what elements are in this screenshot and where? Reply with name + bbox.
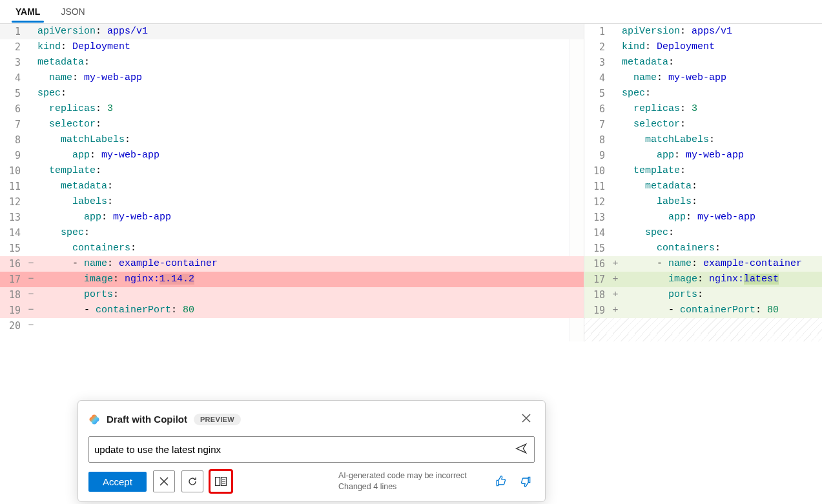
line-number: 13 (584, 210, 610, 225)
code-line[interactable]: 1apiVersion: apps/v1 (0, 24, 584, 39)
code-line[interactable]: 6 replicas: 3 (0, 101, 584, 117)
code-line[interactable]: 2kind: Deployment (584, 39, 822, 55)
code-line[interactable]: 19− - containerPort: 80 (0, 303, 584, 318)
line-number: 15 (584, 241, 610, 256)
code-line[interactable]: 10 template: (0, 163, 584, 179)
code-line[interactable]: 4 name: my-web-app (584, 70, 822, 86)
code-line[interactable]: 11 metadata: (0, 179, 584, 194)
diff-marker: + (610, 303, 621, 318)
code-line[interactable]: 3metadata: (584, 55, 822, 70)
line-number: 17 (584, 272, 610, 287)
line-number: 20 (0, 318, 26, 334)
diff-marker (610, 210, 621, 225)
code-line[interactable]: 13 app: my-web-app (584, 210, 822, 225)
line-number: 5 (0, 86, 26, 101)
line-number: 9 (584, 148, 610, 163)
line-number: 12 (0, 194, 26, 210)
code-line[interactable]: 14 spec: (0, 225, 584, 241)
code-content: app: my-web-app (621, 210, 822, 225)
code-line[interactable]: 18− ports: (0, 287, 584, 303)
code-line[interactable]: 18+ ports: (584, 287, 822, 303)
code-line[interactable]: 3metadata: (0, 55, 584, 70)
diff-marker (26, 39, 36, 55)
code-content: apiVersion: apps/v1 (621, 24, 822, 39)
line-number: 18 (0, 287, 26, 303)
code-line[interactable]: 14 spec: (584, 225, 822, 241)
code-line[interactable]: 1apiVersion: apps/v1 (584, 24, 822, 39)
diff-pane-original[interactable]: 1apiVersion: apps/v12kind: Deployment3me… (0, 24, 584, 341)
code-line[interactable]: 11 metadata: (584, 179, 822, 194)
line-number: 14 (584, 225, 610, 241)
code-line[interactable]: 7 selector: (584, 117, 822, 132)
line-number: 8 (0, 132, 26, 148)
code-line[interactable]: 12 labels: (0, 194, 584, 210)
line-number: 1 (584, 24, 610, 39)
diff-marker (26, 70, 36, 86)
code-line[interactable]: 15 containers: (0, 241, 584, 256)
line-number: 7 (0, 117, 26, 132)
code-content: app: my-web-app (621, 148, 822, 163)
diff-marker: − (26, 256, 36, 272)
diff-marker (610, 179, 621, 194)
code-line[interactable]: 5spec: (584, 86, 822, 101)
diff-marker (610, 163, 621, 179)
line-number: 11 (0, 179, 26, 194)
diff-marker: − (26, 318, 36, 334)
line-number: 4 (584, 70, 610, 86)
code-content: metadata: (621, 55, 822, 70)
code-line[interactable]: 5spec: (0, 86, 584, 101)
diff-marker (26, 132, 36, 148)
code-content: name: my-web-app (36, 70, 584, 86)
code-content: image: nginx:latest (621, 272, 822, 287)
code-line[interactable]: 15 containers: (584, 241, 822, 256)
code-line[interactable]: 9 app: my-web-app (584, 148, 822, 163)
code-line[interactable]: 9 app: my-web-app (0, 148, 584, 163)
line-number: 10 (0, 163, 26, 179)
code-content: template: (36, 163, 584, 179)
code-line[interactable]: 17− image: nginx:1.14.2 (0, 272, 584, 287)
diff-marker: + (610, 272, 621, 287)
diff-marker (26, 148, 36, 163)
line-number: 5 (584, 86, 610, 101)
diff-marker (26, 179, 36, 194)
code-content: replicas: 3 (621, 101, 822, 117)
code-content: matchLabels: (36, 132, 584, 148)
code-line[interactable]: 6 replicas: 3 (584, 101, 822, 117)
diff-empty-fill (584, 334, 822, 341)
code-line[interactable]: 16− - name: example-container (0, 256, 584, 272)
code-line[interactable]: 13 app: my-web-app (0, 210, 584, 225)
diff-editor: 1apiVersion: apps/v12kind: Deployment3me… (0, 23, 822, 341)
code-content: matchLabels: (621, 132, 822, 148)
code-content: ports: (36, 287, 584, 303)
code-line[interactable]: 10 template: (584, 163, 822, 179)
diff-pane-modified[interactable]: 1apiVersion: apps/v12kind: Deployment3me… (584, 24, 822, 341)
line-number: 17 (0, 272, 26, 287)
tab-json[interactable]: JSON (50, 0, 95, 23)
code-content: - containerPort: 80 (36, 303, 584, 318)
code-content: replicas: 3 (36, 101, 584, 117)
code-line[interactable]: 4 name: my-web-app (0, 70, 584, 86)
code-content: - containerPort: 80 (621, 303, 822, 318)
code-line[interactable]: 12 labels: (584, 194, 822, 210)
diff-marker (610, 148, 621, 163)
code-line[interactable]: 19+ - containerPort: 80 (584, 303, 822, 318)
diff-marker (26, 101, 36, 117)
line-number: 1 (0, 24, 26, 39)
line-number: 4 (0, 70, 26, 86)
code-content: ports: (621, 287, 822, 303)
code-line[interactable]: 2kind: Deployment (0, 39, 584, 55)
diff-marker (610, 241, 621, 256)
line-number: 16 (584, 256, 610, 272)
code-line[interactable]: 20− (0, 318, 584, 334)
code-line[interactable]: 16+ - name: example-container (584, 256, 822, 272)
code-line[interactable]: 8 matchLabels: (584, 132, 822, 148)
code-content: apiVersion: apps/v1 (36, 24, 584, 39)
code-line[interactable]: 17+ image: nginx:latest (584, 272, 822, 287)
code-line[interactable]: 7 selector: (0, 117, 584, 132)
code-content: spec: (621, 225, 822, 241)
diff-marker (26, 163, 36, 179)
code-content: name: my-web-app (621, 70, 822, 86)
diff-marker: − (26, 272, 36, 287)
tab-yaml[interactable]: YAML (5, 0, 50, 23)
code-line[interactable]: 8 matchLabels: (0, 132, 584, 148)
